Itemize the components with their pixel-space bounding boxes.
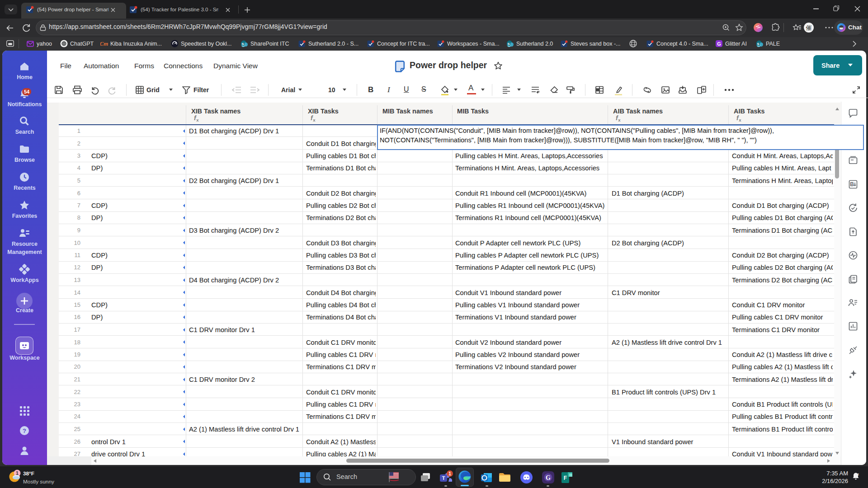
svg-text:S: S — [241, 42, 244, 46]
svg-text:G: G — [546, 474, 551, 481]
svg-text:1: 1 — [16, 470, 19, 476]
svg-text:z: z — [857, 472, 859, 476]
svg-text:S: S — [757, 42, 759, 46]
svg-text:1: 1 — [448, 471, 451, 476]
svg-text:F: F — [564, 475, 567, 481]
svg-text:催: 催 — [806, 24, 812, 31]
svg-text:S: S — [507, 42, 509, 46]
svg-text:B: B — [850, 181, 854, 188]
svg-text:?: ? — [23, 427, 26, 434]
svg-text:Cm: Cm — [100, 40, 108, 47]
svg-text:G: G — [717, 41, 721, 47]
svg-text:T: T — [442, 475, 445, 481]
